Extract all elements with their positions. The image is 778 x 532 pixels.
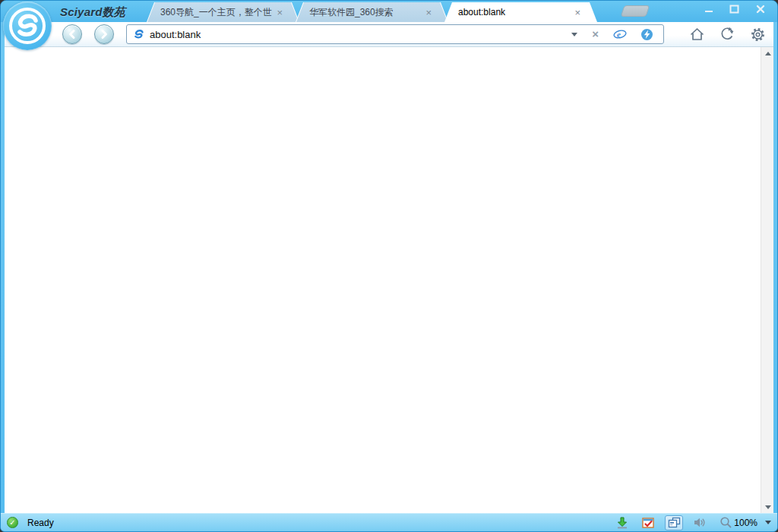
- maximize-button[interactable]: [725, 3, 744, 14]
- ie-icon: e: [613, 28, 627, 40]
- new-tab-button[interactable]: [621, 5, 650, 17]
- status-text: Ready: [27, 518, 54, 528]
- speaker-icon: [693, 517, 707, 528]
- ie-mode-button[interactable]: e: [613, 28, 627, 40]
- url-text[interactable]: about:blank: [150, 29, 562, 40]
- svg-text:e: e: [617, 30, 621, 39]
- tab-huajun[interactable]: 华军软件园_360搜索 ×: [296, 2, 448, 22]
- scroll-down-icon: [765, 505, 771, 509]
- tab-label: 华军软件园_360搜索: [309, 6, 421, 19]
- scroll-down-button[interactable]: [761, 501, 774, 513]
- ready-status-icon: ✓: [7, 517, 18, 528]
- magnifier-icon: [719, 516, 732, 529]
- vertical-scrollbar[interactable]: [761, 47, 773, 513]
- scroll-up-icon: [765, 52, 771, 55]
- maximize-icon: [729, 5, 739, 14]
- minimize-button[interactable]: [699, 3, 718, 14]
- form-fill-button[interactable]: [639, 515, 657, 530]
- scroll-up-button[interactable]: [761, 47, 774, 59]
- restore-star-icon: [719, 27, 735, 42]
- page-content: [5, 47, 773, 513]
- back-button[interactable]: [62, 24, 82, 44]
- window-controls: [699, 3, 770, 14]
- page-favicon: [132, 28, 145, 41]
- speed-mode-button[interactable]: [640, 28, 653, 41]
- swirl-logo-icon: [7, 5, 48, 46]
- app-logo[interactable]: [3, 2, 52, 50]
- tab-strip: 360导航_一个主页，整个世界 × 华军软件园_360搜索 × about:bl…: [147, 1, 597, 22]
- minimize-icon: [704, 5, 713, 14]
- back-icon: [67, 29, 77, 40]
- mute-button[interactable]: [691, 515, 709, 530]
- tab-label: 360导航_一个主页，整个世界: [160, 6, 272, 19]
- close-icon: [756, 5, 765, 14]
- speed-bolt-icon: [640, 28, 653, 41]
- browser-window: Sciyard数苑 360导航_一个主页，整个世界 × 华军软件园_360搜索 …: [0, 0, 778, 532]
- download-icon: [615, 516, 629, 530]
- brand-title: Sciyard数苑: [60, 5, 125, 20]
- close-button[interactable]: [751, 3, 770, 14]
- form-check-icon: [642, 517, 655, 529]
- url-dropdown-icon[interactable]: [571, 33, 577, 36]
- chrome-area: about:blank × e: [5, 22, 773, 513]
- stop-icon[interactable]: ×: [592, 29, 599, 40]
- tab-close-icon[interactable]: ×: [574, 8, 580, 17]
- forward-button[interactable]: [94, 24, 114, 44]
- tab-close-icon[interactable]: ×: [425, 8, 432, 17]
- download-manager-button[interactable]: [613, 515, 631, 530]
- address-bar[interactable]: about:blank × e: [126, 24, 664, 44]
- session-restore-button[interactable]: [717, 24, 737, 44]
- panels-icon: [668, 517, 681, 528]
- zoom-level: 100%: [734, 518, 757, 528]
- brand-cjk: 数苑: [103, 5, 125, 18]
- title-bar: Sciyard数苑 360导航_一个主页，整个世界 × 华军软件园_360搜索 …: [1, 1, 777, 22]
- settings-button[interactable]: [748, 24, 767, 44]
- zoom-control[interactable]: 100%: [719, 516, 771, 529]
- tab-label: about:blank: [458, 7, 570, 17]
- sidebar-panels-button[interactable]: [665, 515, 683, 530]
- gear-icon: [750, 27, 766, 43]
- tab-close-icon[interactable]: ×: [277, 8, 283, 17]
- home-button[interactable]: [687, 24, 707, 44]
- zoom-dropdown-icon[interactable]: [765, 521, 771, 524]
- status-bar: ✓ Ready: [1, 513, 777, 531]
- forward-icon: [99, 29, 109, 40]
- home-icon: [689, 27, 705, 42]
- tab-360-nav[interactable]: 360导航_一个主页，整个世界 ×: [147, 2, 299, 22]
- brand-latin: Sciyard: [60, 5, 103, 18]
- navigation-bar: about:blank × e: [5, 22, 773, 47]
- tab-about-blank[interactable]: about:blank ×: [444, 2, 597, 22]
